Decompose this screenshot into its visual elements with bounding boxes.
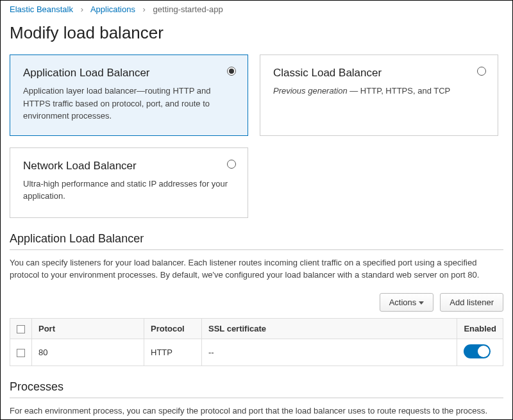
listeners-table: Port Protocol SSL certificate Enabled 80… <box>10 318 503 366</box>
col-protocol: Protocol <box>144 318 202 339</box>
card-desc: Previous generation — HTTP, HTTPS, and T… <box>273 85 485 97</box>
card-desc: Ultra-high performance and static IP add… <box>23 178 235 203</box>
row-checkbox[interactable] <box>17 349 25 357</box>
add-listener-button[interactable]: Add listener <box>440 293 503 312</box>
section-heading: Application Load Balancer <box>10 232 503 250</box>
page-title: Modify load balancer <box>1 14 512 55</box>
select-all-checkbox[interactable] <box>17 325 25 333</box>
col-enabled: Enabled <box>457 318 503 339</box>
card-title: Network Load Balancer <box>23 160 235 172</box>
breadcrumb-current: getting-started-app <box>153 4 223 14</box>
cell-protocol: HTTP <box>144 339 202 365</box>
card-network-lb[interactable]: Network Load Balancer Ultra-high perform… <box>10 147 248 218</box>
processes-section: Processes For each environment process, … <box>1 366 512 420</box>
breadcrumb: Elastic Beanstalk › Applications › getti… <box>1 1 512 14</box>
section-desc: You can specify listeners for your load … <box>10 256 503 281</box>
enabled-toggle[interactable] <box>464 344 491 358</box>
col-port: Port <box>32 318 144 339</box>
actions-dropdown-button[interactable]: Actions <box>380 293 434 312</box>
chevron-right-icon: › <box>76 4 88 14</box>
radio-icon[interactable] <box>477 67 486 76</box>
card-application-lb[interactable]: Application Load Balancer Application la… <box>10 55 248 136</box>
header-checkbox-cell <box>10 318 32 339</box>
section-heading: Processes <box>10 380 503 398</box>
listeners-action-row: Actions Add listener <box>1 281 512 318</box>
breadcrumb-link-applications[interactable]: Applications <box>90 4 135 14</box>
card-title: Application Load Balancer <box>23 67 235 80</box>
section-desc: For each environment process, you can sp… <box>10 405 503 420</box>
breadcrumb-link-service[interactable]: Elastic Beanstalk <box>10 4 73 14</box>
card-classic-lb[interactable]: Classic Load Balancer Previous generatio… <box>260 55 498 136</box>
card-desc: Application layer load balancer—routing … <box>23 85 235 122</box>
radio-icon[interactable] <box>227 67 236 76</box>
card-title: Classic Load Balancer <box>273 67 485 80</box>
cell-port: 80 <box>32 339 144 365</box>
chevron-right-icon: › <box>138 4 151 14</box>
table-row: 80 HTTP -- <box>10 339 503 365</box>
listeners-section: Application Load Balancer You can specif… <box>1 218 512 281</box>
radio-icon[interactable] <box>227 160 236 169</box>
cell-ssl: -- <box>202 339 457 365</box>
caret-down-icon <box>419 301 424 305</box>
lb-type-cards: Application Load Balancer Application la… <box>1 55 512 218</box>
col-ssl: SSL certificate <box>202 318 457 339</box>
